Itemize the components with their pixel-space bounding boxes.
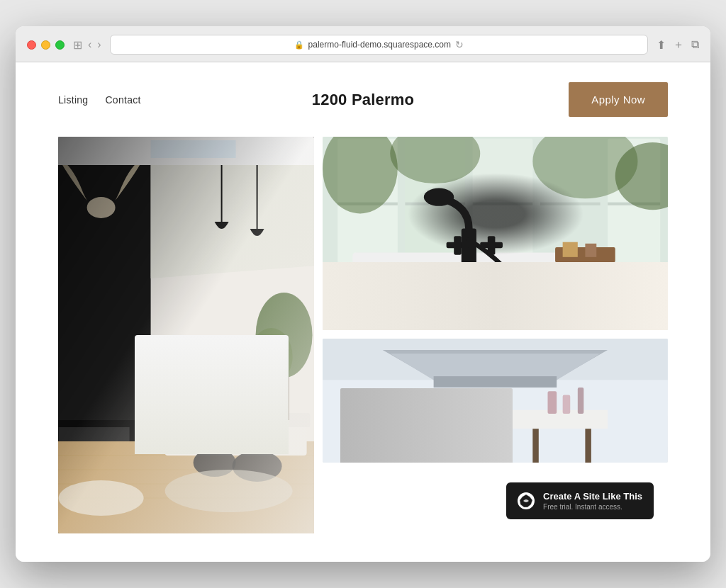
svg-point-26: [59, 480, 144, 516]
svg-rect-16: [165, 420, 307, 456]
bathtub-image: [323, 137, 668, 330]
svg-rect-62: [434, 376, 557, 388]
svg-rect-4: [87, 445, 90, 456]
squarespace-logo: [518, 492, 535, 509]
browser-actions: ⬆ ＋ ⧉: [657, 38, 699, 52]
squarespace-badge[interactable]: Create A Site Like This Free trial. Inst…: [506, 482, 654, 519]
svg-point-56: [459, 295, 486, 312]
badge-subtitle: Free trial. Instant access.: [543, 503, 642, 511]
apply-now-button[interactable]: Apply Now: [569, 82, 668, 117]
share-icon[interactable]: ⬆: [657, 38, 666, 52]
svg-point-22: [250, 328, 293, 385]
sidebar-toggle-icon[interactable]: ⊞: [73, 38, 82, 52]
svg-marker-15: [151, 165, 315, 278]
svg-rect-37: [540, 203, 601, 205]
gallery: Create A Site Like This Free trial. Inst…: [16, 137, 710, 562]
svg-point-6: [87, 197, 116, 218]
svg-rect-36: [473, 203, 533, 205]
back-icon[interactable]: ‹: [88, 38, 91, 51]
nav-listing[interactable]: Listing: [58, 94, 88, 106]
svg-rect-31: [473, 139, 533, 273]
svg-rect-10: [58, 441, 314, 533]
svg-rect-45: [368, 266, 593, 319]
svg-rect-35: [406, 203, 466, 205]
svg-rect-69: [578, 388, 583, 414]
svg-rect-48: [563, 242, 578, 257]
svg-rect-0: [58, 137, 151, 533]
svg-rect-53: [454, 236, 462, 254]
traffic-lights: [27, 40, 65, 50]
svg-rect-54: [480, 242, 503, 248]
svg-rect-1: [58, 420, 137, 463]
svg-rect-5: [98, 445, 101, 456]
svg-point-70: [406, 425, 466, 455]
reload-icon[interactable]: ↻: [455, 39, 464, 50]
living-room-image: [58, 137, 314, 533]
forward-icon[interactable]: ›: [97, 38, 101, 51]
browser-chrome: ⊞ ‹ › 🔒 palermo-fluid-demo.squarespace.c…: [16, 26, 710, 62]
svg-point-25: [165, 470, 293, 512]
maximize-button[interactable]: [55, 40, 65, 50]
svg-rect-2: [59, 427, 130, 456]
browser-window: ⊞ ‹ › 🔒 palermo-fluid-demo.squarespace.c…: [16, 26, 710, 562]
svg-point-18: [194, 448, 236, 477]
svg-rect-17: [162, 413, 311, 427]
svg-rect-43: [323, 281, 668, 330]
svg-rect-67: [548, 391, 557, 414]
svg-rect-46: [353, 252, 608, 264]
svg-rect-44: [360, 259, 601, 326]
tabs-icon[interactable]: ⧉: [691, 38, 699, 51]
svg-rect-63: [398, 425, 403, 463]
svg-point-51: [424, 188, 454, 205]
svg-rect-65: [586, 425, 591, 463]
site-nav: Listing Contact 1200 Palermo Apply Now: [16, 62, 710, 137]
new-tab-icon[interactable]: ＋: [673, 38, 684, 52]
nav-links: Listing Contact: [58, 94, 141, 106]
svg-rect-55: [488, 236, 496, 254]
site-title: 1200 Palermo: [312, 91, 415, 109]
browser-controls: ⊞ ‹ ›: [73, 38, 101, 52]
svg-point-57: [464, 298, 481, 310]
svg-rect-66: [383, 410, 608, 429]
badge-text: Create A Site Like This Free trial. Inst…: [543, 491, 642, 511]
address-bar[interactable]: 🔒 palermo-fluid-demo.squarespace.com ↻: [110, 35, 648, 55]
page-content: Listing Contact 1200 Palermo Apply Now: [16, 62, 710, 562]
kitchen-image: [323, 339, 668, 463]
svg-rect-7: [58, 137, 314, 165]
url-text: palermo-fluid-demo.squarespace.com: [308, 40, 451, 50]
svg-point-21: [256, 293, 313, 378]
minimize-button[interactable]: [41, 40, 50, 50]
svg-rect-8: [151, 140, 236, 158]
close-button[interactable]: [27, 40, 36, 50]
svg-rect-64: [533, 425, 539, 463]
gallery-left: [58, 137, 314, 533]
svg-rect-47: [555, 247, 615, 262]
svg-rect-49: [586, 244, 597, 257]
lock-icon: 🔒: [294, 40, 304, 50]
svg-rect-9: [151, 165, 315, 533]
badge-title: Create A Site Like This: [543, 491, 642, 502]
gallery-right: Create A Site Like This Free trial. Inst…: [323, 137, 668, 533]
svg-rect-68: [563, 395, 571, 414]
svg-point-40: [390, 137, 480, 183]
svg-rect-52: [447, 242, 469, 248]
svg-rect-20: [279, 349, 289, 420]
svg-point-19: [233, 451, 282, 482]
nav-contact[interactable]: Contact: [105, 94, 140, 106]
svg-rect-50: [462, 229, 476, 266]
svg-rect-3: [77, 445, 79, 456]
